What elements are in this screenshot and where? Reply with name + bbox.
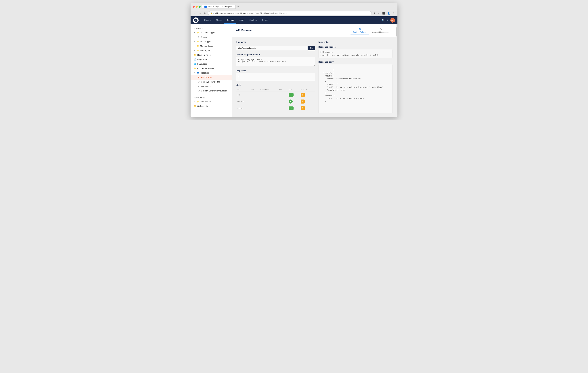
sidebar-item-webhooks[interactable]: ⤢ Webhooks xyxy=(190,84,232,88)
cell-rel-content: content xyxy=(236,98,250,105)
app-logo: U xyxy=(193,17,199,23)
get-button-content[interactable]: ● xyxy=(289,99,293,104)
sidebar-item-headless[interactable]: ▼ 💙 Headless xyxy=(190,71,232,75)
sidebar-item-stylesheets[interactable]: 📁 Stylesheets xyxy=(190,104,232,108)
nonget-button-content[interactable]: ! xyxy=(301,99,305,104)
scrollbar-thumb[interactable] xyxy=(396,27,397,36)
cell-docs-media xyxy=(277,105,287,111)
sidebar-label-custom-editors: Custom Editors Configuration xyxy=(201,90,227,92)
nav-content[interactable]: Content xyxy=(202,17,214,24)
col-non-get: NON-GET xyxy=(299,88,315,92)
cell-get-media: → xyxy=(287,105,299,111)
content-management-icon: ✎ xyxy=(380,28,382,31)
nav-media[interactable]: Media xyxy=(214,17,224,24)
table-header-row: rel title name / index docs GET NON-GET xyxy=(236,88,315,92)
extensions-icon[interactable]: ⬛ xyxy=(382,12,386,15)
browser-tab[interactable]: U (Live) Settings - michiels-pluc... xyxy=(202,5,236,9)
help-icon[interactable]: ? xyxy=(387,19,388,22)
scrollbar[interactable] xyxy=(396,24,398,117)
cell-name-self xyxy=(258,92,277,98)
menu-icon[interactable]: ⋮ xyxy=(392,12,395,15)
logo-u: U xyxy=(195,19,196,22)
address-bar[interactable]: 🔒 michiels-plucky-harp-seal.euwest01.umb… xyxy=(208,11,372,15)
explorer-title: Explorer xyxy=(236,41,315,44)
tab-content-management[interactable]: ✎ Content Management xyxy=(370,27,392,34)
folder-icon: 📁 xyxy=(194,105,196,107)
nav-forms[interactable]: Forms xyxy=(260,17,270,24)
expand-arrow-icon: ▶ xyxy=(194,41,195,42)
content-area: API Browser ✕ Content Delivery ✎ Content… xyxy=(232,24,396,117)
get-button-self[interactable]: → xyxy=(289,93,294,97)
tab-content-delivery[interactable]: ✕ Content Delivery xyxy=(350,27,369,34)
sidebar-label-media-types: Media Types xyxy=(200,40,211,43)
sidebar-item-custom-editors[interactable]: </> Custom Editors Configuration xyxy=(190,88,232,93)
sidebar-item-content-templates[interactable]: 📁 Content Templates xyxy=(190,66,232,71)
profile-icon[interactable]: 👤 xyxy=(387,12,391,15)
get-button-media[interactable]: → xyxy=(289,107,294,110)
sidebar-item-document-types[interactable]: ▼ 📁 Document Types xyxy=(190,30,232,35)
url-bar-row: Go! xyxy=(236,46,315,50)
sidebar-item-api-browser[interactable]: 🖥 API Browser xyxy=(190,75,232,80)
nav-users[interactable]: Users xyxy=(236,17,246,24)
minimize-button[interactable] xyxy=(196,6,198,8)
main-nav: Content Media Settings Users Members For… xyxy=(202,17,270,24)
response-headers-title: Response Headers xyxy=(318,46,392,48)
cell-title-self xyxy=(250,92,258,98)
bookmark-icon[interactable]: ☆ xyxy=(377,12,380,15)
sidebar-item-languages[interactable]: 🌐 Languages xyxy=(190,62,232,66)
col-get: GET xyxy=(287,88,299,92)
fullscreen-button[interactable] xyxy=(199,6,200,8)
grid-icon: ⊞ xyxy=(197,36,200,38)
sidebar-label-relation-types: Relation Types xyxy=(197,54,211,56)
webhook-icon: ⤢ xyxy=(197,85,200,88)
cell-docs-content xyxy=(277,98,287,105)
inspector-panel: Inspector Response Headers 200 success c… xyxy=(318,41,392,113)
page-header: API Browser ✕ Content Delivery ✎ Content… xyxy=(232,24,396,37)
cell-rel-self: self xyxy=(236,92,250,98)
go-button[interactable]: Go! xyxy=(308,46,315,50)
sidebar-item-graphql-playground[interactable]: ⬡ GraphQL Playground xyxy=(190,80,232,84)
nav-members[interactable]: Members xyxy=(246,17,260,24)
cell-nonget-media: ! xyxy=(299,105,315,111)
col-title: title xyxy=(250,88,258,92)
share-icon[interactable]: ⬆ xyxy=(373,12,376,15)
table-row: self → ! xyxy=(236,92,315,98)
sidebar-item-recipe[interactable]: ⊞ Recipe xyxy=(190,35,232,39)
sidebar-item-log-viewer[interactable]: 📄 Log Viewer xyxy=(190,57,232,62)
forward-button[interactable]: → xyxy=(198,11,202,15)
expand-arrow-icon: ▼ xyxy=(194,32,195,33)
back-button[interactable]: ← xyxy=(193,11,197,15)
app-body: Settings ▼ 📁 Document Types ⊞ Recipe ▶ 📁… xyxy=(190,24,398,117)
folder-icon: 📁 xyxy=(196,45,199,47)
browser-window: U (Live) Settings - michiels-pluc... + ⌃… xyxy=(190,3,398,117)
close-button[interactable] xyxy=(193,6,195,8)
custom-headers-label: Custom Request Headers xyxy=(236,54,315,56)
cell-title-content xyxy=(250,98,258,105)
cell-nonget-self: ! xyxy=(299,92,315,98)
nav-settings[interactable]: Settings xyxy=(224,17,236,24)
browser-titlebar: U (Live) Settings - michiels-pluc... + ⌃ xyxy=(190,3,398,10)
sidebar-item-relation-types[interactable]: 📁 Relation Types xyxy=(190,53,232,57)
sidebar-item-media-types[interactable]: ▶ 📁 Media Types xyxy=(190,39,232,44)
folder-icon: 📁 xyxy=(196,100,199,103)
user-avatar[interactable]: MS xyxy=(390,18,395,22)
templating-title: Templating xyxy=(190,96,232,99)
sidebar: Settings ▼ 📁 Document Types ⊞ Recipe ▶ 📁… xyxy=(190,24,232,117)
custom-headers-textarea[interactable] xyxy=(236,57,315,66)
sidebar-item-data-types[interactable]: ▶ 📁 Data Types xyxy=(190,48,232,53)
reload-button[interactable]: ↻ xyxy=(203,11,207,15)
sidebar-title: Settings xyxy=(190,27,232,30)
cell-title-media xyxy=(250,105,258,111)
code-icon: </> xyxy=(197,90,200,92)
nonget-button-media[interactable]: ! xyxy=(301,106,305,110)
sidebar-item-member-types[interactable]: ▶ 📁 Member Types xyxy=(190,44,232,48)
sidebar-label-languages: Languages xyxy=(197,63,207,65)
sidebar-item-grid-editors[interactable]: ▶ 📁 Grid Editors xyxy=(190,99,232,104)
headless-folder-icon: 💙 xyxy=(197,72,199,74)
url-input[interactable] xyxy=(236,46,307,50)
nonget-button-self[interactable]: ! xyxy=(301,93,305,97)
new-tab-button[interactable]: + xyxy=(237,5,240,8)
search-icon[interactable]: 🔍 xyxy=(382,19,385,22)
properties-label: Properties xyxy=(236,69,315,72)
app-header: U Content Media Settings Users Members F… xyxy=(190,16,398,24)
